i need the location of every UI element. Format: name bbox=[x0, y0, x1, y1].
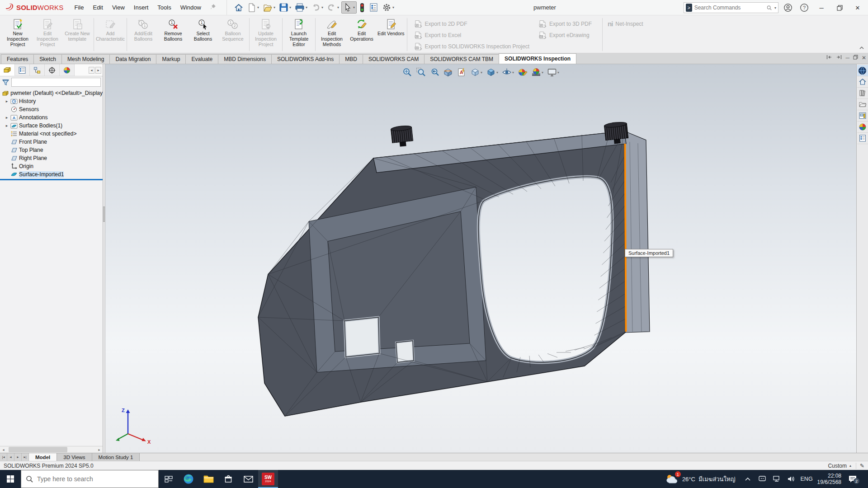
scroll-right-arrow[interactable]: ▸ bbox=[96, 446, 103, 453]
tree-item-top-plane[interactable]: Top Plane bbox=[0, 146, 103, 154]
doc-tab-model[interactable]: Model bbox=[29, 453, 57, 461]
dock-left-icon[interactable] bbox=[826, 55, 832, 61]
open-document-button[interactable]: ▾ bbox=[261, 2, 277, 14]
zoom-to-fit-icon[interactable] bbox=[401, 66, 413, 78]
scroll-thumb[interactable] bbox=[9, 447, 67, 452]
restore-button[interactable] bbox=[832, 1, 847, 14]
ribbon-button-edit-methods[interactable]: Edit Inspection Methods bbox=[317, 16, 347, 53]
tab-evaluate[interactable]: Evaluate bbox=[185, 54, 218, 64]
volume-icon[interactable] bbox=[786, 475, 796, 483]
network-icon[interactable] bbox=[772, 475, 782, 483]
scroll-left-arrow[interactable]: ◂ bbox=[0, 446, 7, 453]
clock[interactable]: 22:08 19/6/2568 bbox=[817, 473, 841, 485]
tree-item-history[interactable]: ▸History bbox=[0, 97, 103, 105]
search-dropdown-caret[interactable]: ▾ bbox=[774, 6, 776, 10]
ribbon-collapse-chevron[interactable] bbox=[859, 45, 864, 51]
taskbar-search[interactable] bbox=[21, 470, 159, 488]
start-button[interactable] bbox=[0, 470, 21, 488]
apply-scene-icon[interactable]: ▾ bbox=[530, 66, 544, 78]
tab-mesh-modeling[interactable]: Mesh Modeling bbox=[61, 54, 110, 64]
menu-insert[interactable]: Insert bbox=[129, 0, 153, 15]
expander-icon[interactable]: ▸ bbox=[4, 99, 10, 103]
doc-close-icon[interactable]: ✕ bbox=[862, 55, 866, 61]
ribbon-button-balloon-remove[interactable]: 1Remove Balloons bbox=[158, 16, 188, 53]
menu-edit[interactable]: Edit bbox=[88, 0, 107, 15]
rebuild-button[interactable] bbox=[358, 2, 367, 14]
expander-icon[interactable]: ▸ bbox=[4, 123, 10, 128]
tab-solidworks-cam-tbm[interactable]: SOLIDWORKS CAM TBM bbox=[424, 54, 499, 64]
tab-dimxpertmanager[interactable] bbox=[45, 64, 60, 76]
scroll-track[interactable] bbox=[7, 446, 96, 453]
mail-icon[interactable] bbox=[238, 470, 258, 488]
tab-mbd[interactable]: MBD bbox=[339, 54, 363, 64]
weather-widget[interactable]: 1 26°C มีเมฆส่วนใหญ่ bbox=[663, 473, 738, 485]
edit-appearance-icon[interactable] bbox=[517, 66, 528, 78]
dynamic-annotation-views-icon[interactable]: A bbox=[456, 66, 467, 78]
design-library-icon[interactable] bbox=[857, 88, 868, 99]
previous-view-icon[interactable] bbox=[429, 66, 440, 78]
help-icon[interactable]: ? bbox=[797, 1, 811, 14]
home-button[interactable] bbox=[232, 2, 245, 14]
doc-minimize-icon[interactable]: ─ bbox=[845, 55, 849, 61]
tree-item-surface-bodies-1[interactable]: ▸Surface Bodies(1) bbox=[0, 122, 103, 130]
display-state-selector[interactable]: Custom▴ bbox=[828, 463, 856, 469]
tab-featuremanager-tree[interactable] bbox=[0, 64, 15, 76]
menu-file[interactable]: File bbox=[70, 0, 89, 15]
ribbon-button-template-editor[interactable]: Launch Template Editor bbox=[284, 16, 314, 53]
home-pane-icon[interactable] bbox=[857, 76, 868, 88]
expander-icon[interactable]: ▸ bbox=[4, 115, 10, 120]
fm-tab-scroll-right[interactable]: ▸ bbox=[95, 67, 101, 74]
action-center-icon[interactable]: 2 bbox=[846, 475, 859, 483]
view-palette-icon[interactable] bbox=[857, 110, 868, 122]
dock-right-icon[interactable] bbox=[836, 55, 842, 61]
appearances-scenes-icon[interactable] bbox=[857, 122, 868, 133]
filter-funnel-icon[interactable] bbox=[2, 79, 9, 86]
zoom-to-area-icon[interactable] bbox=[415, 66, 427, 78]
tree-item-surface-imported1[interactable]: Surface-Imported1 bbox=[0, 170, 103, 178]
ribbon-button-balloon-select[interactable]: 1Select Balloons bbox=[188, 16, 218, 53]
menu-tools[interactable]: Tools bbox=[153, 0, 175, 15]
remote-desktop-icon[interactable] bbox=[757, 475, 767, 483]
tree-item-annotations[interactable]: ▸AAnnotations bbox=[0, 113, 103, 122]
save-button[interactable]: ▾ bbox=[278, 2, 292, 13]
custom-properties-icon[interactable] bbox=[857, 133, 868, 144]
print-button[interactable]: ▾ bbox=[293, 2, 309, 13]
menu-view[interactable]: View bbox=[108, 0, 129, 15]
tree-item-right-plane[interactable]: Right Plane bbox=[0, 154, 103, 162]
ribbon-button-edit-vendors[interactable]: Edit Vendors bbox=[377, 16, 406, 53]
tab-data-migration[interactable]: Data Migration bbox=[109, 54, 156, 64]
taskbar-search-input[interactable] bbox=[37, 475, 154, 483]
nav-next-icon[interactable]: ▸ bbox=[14, 453, 22, 461]
tab-configurationmanager[interactable] bbox=[30, 64, 45, 76]
magnifier-icon[interactable] bbox=[767, 5, 772, 11]
store-icon[interactable] bbox=[218, 470, 238, 488]
task-view-button[interactable] bbox=[159, 470, 179, 488]
menu-window[interactable]: Window bbox=[176, 0, 206, 15]
language-indicator[interactable]: ENG bbox=[801, 476, 813, 482]
select-tool-button[interactable]: ▾ bbox=[341, 1, 357, 14]
minimize-button[interactable]: ─ bbox=[814, 1, 829, 14]
search-commands[interactable]: > ▾ bbox=[684, 2, 778, 13]
graphics-viewport[interactable]: A ▾ ▾ ▾ ▾ ▾ Surface-Imported1 Z X bbox=[105, 64, 856, 453]
panel-horizontal-scrollbar[interactable]: ◂ ▸ bbox=[0, 446, 103, 453]
tab-features[interactable]: Features bbox=[1, 54, 34, 64]
tab-displaymanager[interactable] bbox=[60, 64, 75, 76]
tab-markup[interactable]: Markup bbox=[156, 54, 186, 64]
quick-tips-icon[interactable]: ✎ bbox=[860, 463, 864, 469]
tree-item-sensors[interactable]: Sensors bbox=[0, 105, 103, 113]
3dexperience-icon[interactable] bbox=[857, 65, 868, 76]
tab-propertymanager[interactable] bbox=[15, 64, 30, 76]
mesh-model[interactable] bbox=[105, 64, 856, 453]
search-commands-input[interactable] bbox=[694, 5, 764, 11]
nav-last-icon[interactable]: ▸| bbox=[22, 453, 29, 461]
file-properties-button[interactable] bbox=[368, 2, 380, 13]
options-button[interactable]: ▾ bbox=[381, 2, 396, 13]
pin-icon[interactable] bbox=[209, 3, 217, 12]
view-orientation-icon[interactable]: ▾ bbox=[469, 66, 483, 78]
section-view-icon[interactable] bbox=[442, 66, 454, 78]
ribbon-button-edit-operations[interactable]: Edit Operations bbox=[347, 16, 377, 53]
tray-chevron-icon[interactable] bbox=[743, 477, 753, 481]
close-button[interactable]: ✕ bbox=[850, 1, 865, 14]
user-account-icon[interactable] bbox=[781, 1, 795, 14]
edge-browser-icon[interactable] bbox=[179, 470, 198, 488]
